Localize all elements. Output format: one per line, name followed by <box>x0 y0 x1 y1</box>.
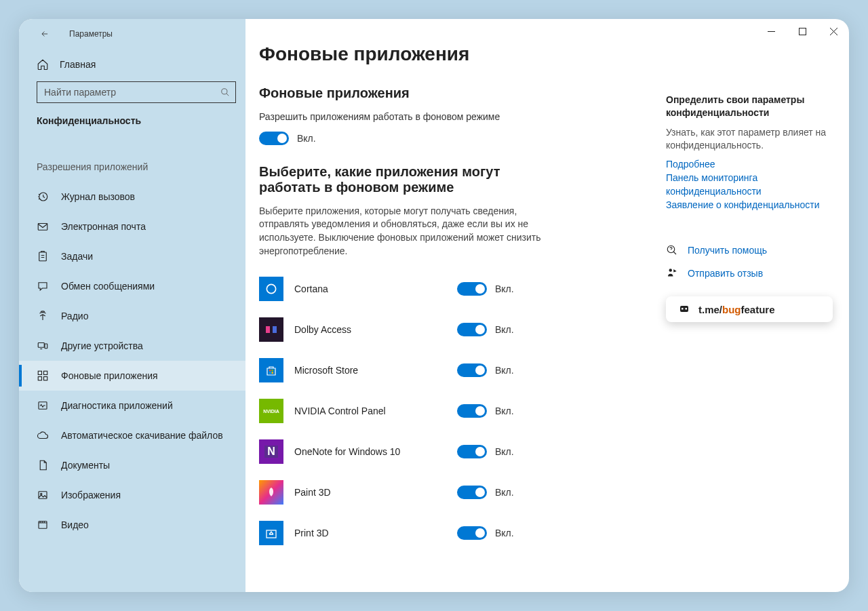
nav-label: Видео <box>61 519 89 530</box>
app-toggle[interactable] <box>457 445 487 458</box>
app-toggle-state: Вкл. <box>495 365 514 376</box>
app-name: Paint 3D <box>294 487 457 498</box>
background-apps-icon <box>37 370 49 382</box>
sidebar-item-call-history[interactable]: Журнал вызовов <box>19 182 245 212</box>
app-toggle[interactable] <box>457 363 487 377</box>
svg-rect-14 <box>799 28 806 35</box>
svg-rect-8 <box>38 377 41 380</box>
home-icon <box>37 58 49 71</box>
svg-rect-16 <box>266 326 270 333</box>
watermark-badge: t.me/bugfeature <box>666 296 833 322</box>
nav-label: Задачи <box>61 251 93 262</box>
svg-point-24 <box>669 269 673 272</box>
sidebar-item-auto-downloads[interactable]: Автоматическое скачивание файлов <box>19 420 245 450</box>
nav-label: Фоновые приложения <box>61 370 158 381</box>
home-nav[interactable]: Главная <box>19 52 245 79</box>
svg-rect-11 <box>39 492 47 499</box>
sidebar-item-documents[interactable]: Документы <box>19 450 245 480</box>
sidebar-item-background-apps[interactable]: Фоновые приложения <box>19 361 245 391</box>
close-button[interactable] <box>818 19 849 43</box>
app-toggle[interactable] <box>457 526 487 540</box>
send-feedback[interactable]: Отправить отзыв <box>666 267 833 280</box>
back-button[interactable] <box>39 28 50 39</box>
section-title-2: Выберите, какие приложения могут работат… <box>259 164 544 195</box>
document-icon <box>37 459 49 471</box>
get-help[interactable]: Получить помощь <box>666 243 833 257</box>
sidebar-item-messaging[interactable]: Обмен сообщениями <box>19 271 245 301</box>
email-icon <box>37 220 49 233</box>
allow-description: Разрешить приложениям работать в фоновом… <box>259 111 652 123</box>
nav-label: Радио <box>61 311 88 321</box>
sidebar-item-app-diagnostics[interactable]: Диагностика приложений <box>19 391 245 420</box>
link-more[interactable]: Подробнее <box>666 157 833 171</box>
app-row-msstore: Microsoft Store Вкл. <box>259 350 652 391</box>
link-dashboard[interactable]: Панель мониторинга конфиденциальности <box>666 171 833 199</box>
app-name: Microsoft Store <box>294 365 457 376</box>
page-title: Фоновые приложения <box>259 43 652 65</box>
search-box[interactable] <box>37 81 236 103</box>
video-icon <box>37 519 49 531</box>
app-toggle[interactable] <box>457 323 487 336</box>
sidebar-item-other-devices[interactable]: Другие устройства <box>19 331 245 361</box>
sidebar-item-radio[interactable]: Радио <box>19 301 245 331</box>
radio-icon <box>37 310 49 322</box>
help-icon <box>666 244 678 256</box>
svg-rect-4 <box>38 343 44 348</box>
nav-label: Журнал вызовов <box>61 191 135 202</box>
maximize-button[interactable] <box>787 19 818 43</box>
nav-label: Электронная почта <box>61 221 146 232</box>
app-toggle[interactable] <box>457 486 487 499</box>
settings-window: Параметры Главная Конфиденциальность Раз… <box>19 19 849 592</box>
sidebar-item-videos[interactable]: Видео <box>19 510 245 540</box>
svg-point-0 <box>222 89 227 94</box>
link-privacy-statement[interactable]: Заявление о конфиденциальности <box>666 198 833 212</box>
minimize-button[interactable] <box>755 19 787 43</box>
app-row-dolby: Dolby Access Вкл. <box>259 309 652 350</box>
messaging-icon <box>37 280 49 292</box>
app-name: Dolby Access <box>294 324 457 335</box>
feedback-link[interactable]: Отправить отзыв <box>688 267 763 280</box>
svg-rect-2 <box>38 224 47 231</box>
sidebar-item-email[interactable]: Электронная почта <box>19 212 245 241</box>
app-name: Print 3D <box>294 528 457 538</box>
app-toggle[interactable] <box>457 282 487 296</box>
app-row-onenote: N OneNote for Windows 10 Вкл. <box>259 431 652 472</box>
onenote-icon: N <box>259 439 283 464</box>
feedback-icon <box>666 267 678 279</box>
app-toggle-state: Вкл. <box>495 528 514 538</box>
nav-label: Диагностика приложений <box>61 400 173 411</box>
allow-toggle-state: Вкл. <box>297 133 316 144</box>
svg-rect-9 <box>44 377 47 380</box>
dolby-icon <box>259 317 283 342</box>
app-toggle-state: Вкл. <box>495 487 514 498</box>
sidebar: Параметры Главная Конфиденциальность Раз… <box>19 19 245 592</box>
titlebar-left: Параметры <box>19 28 245 52</box>
svg-rect-5 <box>45 344 47 349</box>
nav-section-heading: Разрешения приложений <box>19 134 245 179</box>
sidebar-item-tasks[interactable]: Задачи <box>19 241 245 271</box>
sidebar-item-pictures[interactable]: Изображения <box>19 480 245 510</box>
msstore-icon <box>259 358 283 382</box>
app-row-paint3d: Paint 3D Вкл. <box>259 472 652 513</box>
svg-rect-3 <box>39 252 47 261</box>
search-icon <box>220 87 230 97</box>
home-label: Главная <box>60 59 96 70</box>
svg-rect-19 <box>272 370 274 372</box>
allow-toggle[interactable] <box>259 132 289 145</box>
app-row-cortana: Cortana Вкл. <box>259 269 652 309</box>
app-toggle-state: Вкл. <box>495 324 514 335</box>
content-area: Фоновые приложения Фоновые приложения Ра… <box>245 19 666 592</box>
badge-text: t.me/bugfeature <box>698 304 775 315</box>
search-input[interactable] <box>44 87 220 98</box>
svg-rect-21 <box>272 372 274 374</box>
window-controls <box>755 19 849 43</box>
help-link[interactable]: Получить помощь <box>688 243 767 257</box>
info-heading: Определить свои параметры конфиденциальн… <box>666 94 833 119</box>
paint3d-icon <box>259 480 283 505</box>
app-toggle[interactable] <box>457 404 487 418</box>
svg-rect-18 <box>269 370 271 372</box>
app-title: Параметры <box>69 29 113 39</box>
diagnostics-icon <box>37 399 49 412</box>
nav-label: Документы <box>61 460 110 471</box>
devices-icon <box>37 340 49 352</box>
